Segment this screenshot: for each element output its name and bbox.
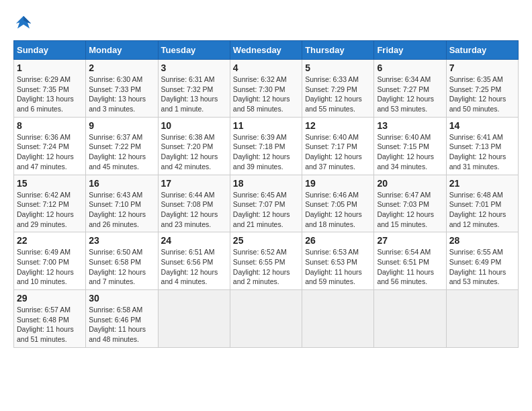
day-info: Sunrise: 6:30 AMSunset: 7:33 PMDaylight:… (89, 75, 154, 114)
calendar-table: SundayMondayTuesdayWednesdayThursdayFrid… (13, 40, 519, 348)
calendar-cell: 3Sunrise: 6:31 AMSunset: 7:32 PMDaylight… (158, 60, 230, 118)
calendar-cell: 6Sunrise: 6:34 AMSunset: 7:27 PMDaylight… (374, 60, 446, 118)
calendar-cell: 23Sunrise: 6:50 AMSunset: 6:58 PMDayligh… (86, 232, 158, 290)
calendar-cell: 25Sunrise: 6:52 AMSunset: 6:55 PMDayligh… (230, 232, 302, 290)
day-number: 4 (233, 62, 299, 73)
calendar-cell: 29Sunrise: 6:57 AMSunset: 6:48 PMDayligh… (14, 290, 86, 348)
day-number: 8 (17, 120, 83, 131)
calendar-body: 1Sunrise: 6:29 AMSunset: 7:35 PMDaylight… (14, 60, 519, 348)
day-number: 6 (377, 62, 443, 73)
day-number: 10 (161, 120, 227, 131)
day-info: Sunrise: 6:49 AMSunset: 7:00 PMDaylight:… (17, 247, 83, 287)
weekday-header-wednesday: Wednesday (230, 41, 302, 60)
page-header (13, 13, 519, 34)
day-info: Sunrise: 6:54 AMSunset: 6:51 PMDaylight:… (377, 247, 443, 287)
calendar-cell: 1Sunrise: 6:29 AMSunset: 7:35 PMDaylight… (14, 60, 86, 118)
calendar-cell (230, 290, 302, 348)
calendar-week-row: 29Sunrise: 6:57 AMSunset: 6:48 PMDayligh… (14, 290, 519, 348)
day-info: Sunrise: 6:57 AMSunset: 6:48 PMDaylight:… (17, 305, 83, 345)
day-info: Sunrise: 6:52 AMSunset: 6:55 PMDaylight:… (233, 247, 299, 287)
day-number: 21 (449, 178, 515, 189)
day-info: Sunrise: 6:42 AMSunset: 7:12 PMDaylight:… (17, 190, 83, 230)
calendar-week-row: 22Sunrise: 6:49 AMSunset: 7:00 PMDayligh… (14, 232, 519, 290)
day-number: 22 (17, 235, 83, 246)
day-number: 24 (161, 235, 227, 246)
calendar-cell: 30Sunrise: 6:58 AMSunset: 6:46 PMDayligh… (86, 290, 158, 348)
calendar-week-row: 8Sunrise: 6:36 AMSunset: 7:24 PMDaylight… (14, 117, 519, 175)
day-info: Sunrise: 6:35 AMSunset: 7:25 PMDaylight:… (449, 75, 515, 114)
day-number: 12 (305, 120, 371, 131)
day-number: 16 (89, 178, 154, 189)
calendar-cell (158, 290, 230, 348)
day-number: 29 (17, 293, 83, 304)
calendar-cell: 26Sunrise: 6:53 AMSunset: 6:53 PMDayligh… (302, 232, 374, 290)
weekday-header-thursday: Thursday (302, 41, 374, 60)
calendar-cell: 10Sunrise: 6:38 AMSunset: 7:20 PMDayligh… (158, 117, 230, 175)
day-number: 25 (233, 235, 299, 246)
calendar-week-row: 1Sunrise: 6:29 AMSunset: 7:35 PMDaylight… (14, 60, 519, 118)
calendar-cell: 21Sunrise: 6:48 AMSunset: 7:01 PMDayligh… (446, 175, 518, 232)
calendar-cell: 15Sunrise: 6:42 AMSunset: 7:12 PMDayligh… (14, 175, 86, 232)
weekday-header-friday: Friday (374, 41, 446, 60)
calendar-cell: 13Sunrise: 6:40 AMSunset: 7:15 PMDayligh… (374, 117, 446, 175)
calendar-cell (374, 290, 446, 348)
calendar-cell: 2Sunrise: 6:30 AMSunset: 7:33 PMDaylight… (86, 60, 158, 118)
calendar-cell (302, 290, 374, 348)
day-info: Sunrise: 6:36 AMSunset: 7:24 PMDaylight:… (17, 132, 83, 172)
day-number: 9 (89, 120, 154, 131)
day-number: 15 (17, 178, 83, 189)
day-info: Sunrise: 6:38 AMSunset: 7:20 PMDaylight:… (161, 132, 227, 172)
day-info: Sunrise: 6:39 AMSunset: 7:18 PMDaylight:… (233, 132, 299, 172)
day-info: Sunrise: 6:44 AMSunset: 7:08 PMDaylight:… (161, 190, 227, 230)
day-info: Sunrise: 6:37 AMSunset: 7:22 PMDaylight:… (89, 132, 154, 172)
weekday-header-row: SundayMondayTuesdayWednesdayThursdayFrid… (14, 41, 519, 60)
day-number: 18 (233, 178, 299, 189)
day-info: Sunrise: 6:45 AMSunset: 7:07 PMDaylight:… (233, 190, 299, 230)
calendar-header: SundayMondayTuesdayWednesdayThursdayFrid… (14, 41, 519, 60)
calendar-cell: 11Sunrise: 6:39 AMSunset: 7:18 PMDayligh… (230, 117, 302, 175)
day-info: Sunrise: 6:34 AMSunset: 7:27 PMDaylight:… (377, 75, 443, 114)
weekday-header-saturday: Saturday (446, 41, 518, 60)
calendar-cell: 20Sunrise: 6:47 AMSunset: 7:03 PMDayligh… (374, 175, 446, 232)
day-info: Sunrise: 6:51 AMSunset: 6:56 PMDaylight:… (161, 247, 227, 287)
day-info: Sunrise: 6:47 AMSunset: 7:03 PMDaylight:… (377, 190, 443, 230)
day-info: Sunrise: 6:31 AMSunset: 7:32 PMDaylight:… (161, 75, 227, 114)
weekday-header-monday: Monday (86, 41, 158, 60)
calendar-cell: 18Sunrise: 6:45 AMSunset: 7:07 PMDayligh… (230, 175, 302, 232)
day-info: Sunrise: 6:58 AMSunset: 6:46 PMDaylight:… (89, 305, 154, 345)
calendar-cell: 22Sunrise: 6:49 AMSunset: 7:00 PMDayligh… (14, 232, 86, 290)
day-number: 20 (377, 178, 443, 189)
day-info: Sunrise: 6:40 AMSunset: 7:15 PMDaylight:… (377, 132, 443, 172)
day-info: Sunrise: 6:41 AMSunset: 7:13 PMDaylight:… (449, 132, 515, 172)
day-info: Sunrise: 6:46 AMSunset: 7:05 PMDaylight:… (305, 190, 371, 230)
calendar-cell: 24Sunrise: 6:51 AMSunset: 6:56 PMDayligh… (158, 232, 230, 290)
calendar-cell: 7Sunrise: 6:35 AMSunset: 7:25 PMDaylight… (446, 60, 518, 118)
day-info: Sunrise: 6:48 AMSunset: 7:01 PMDaylight:… (449, 190, 515, 230)
day-info: Sunrise: 6:33 AMSunset: 7:29 PMDaylight:… (305, 75, 371, 114)
calendar-cell (446, 290, 518, 348)
calendar-cell: 28Sunrise: 6:55 AMSunset: 6:49 PMDayligh… (446, 232, 518, 290)
day-number: 2 (89, 62, 154, 73)
day-number: 19 (305, 178, 371, 189)
day-number: 7 (449, 62, 515, 73)
day-number: 30 (89, 293, 154, 304)
day-number: 5 (305, 62, 371, 73)
day-number: 1 (17, 62, 83, 73)
logo (13, 13, 36, 34)
day-info: Sunrise: 6:32 AMSunset: 7:30 PMDaylight:… (233, 75, 299, 114)
calendar-cell: 17Sunrise: 6:44 AMSunset: 7:08 PMDayligh… (158, 175, 230, 232)
logo-icon (13, 13, 34, 34)
calendar-cell: 16Sunrise: 6:43 AMSunset: 7:10 PMDayligh… (86, 175, 158, 232)
day-number: 11 (233, 120, 299, 131)
calendar-cell: 12Sunrise: 6:40 AMSunset: 7:17 PMDayligh… (302, 117, 374, 175)
day-info: Sunrise: 6:43 AMSunset: 7:10 PMDaylight:… (89, 190, 154, 230)
day-number: 13 (377, 120, 443, 131)
calendar-cell: 9Sunrise: 6:37 AMSunset: 7:22 PMDaylight… (86, 117, 158, 175)
day-info: Sunrise: 6:55 AMSunset: 6:49 PMDaylight:… (449, 247, 515, 287)
calendar-cell: 5Sunrise: 6:33 AMSunset: 7:29 PMDaylight… (302, 60, 374, 118)
weekday-header-tuesday: Tuesday (158, 41, 230, 60)
day-number: 14 (449, 120, 515, 131)
day-number: 26 (305, 235, 371, 246)
day-number: 3 (161, 62, 227, 73)
day-info: Sunrise: 6:40 AMSunset: 7:17 PMDaylight:… (305, 132, 371, 172)
